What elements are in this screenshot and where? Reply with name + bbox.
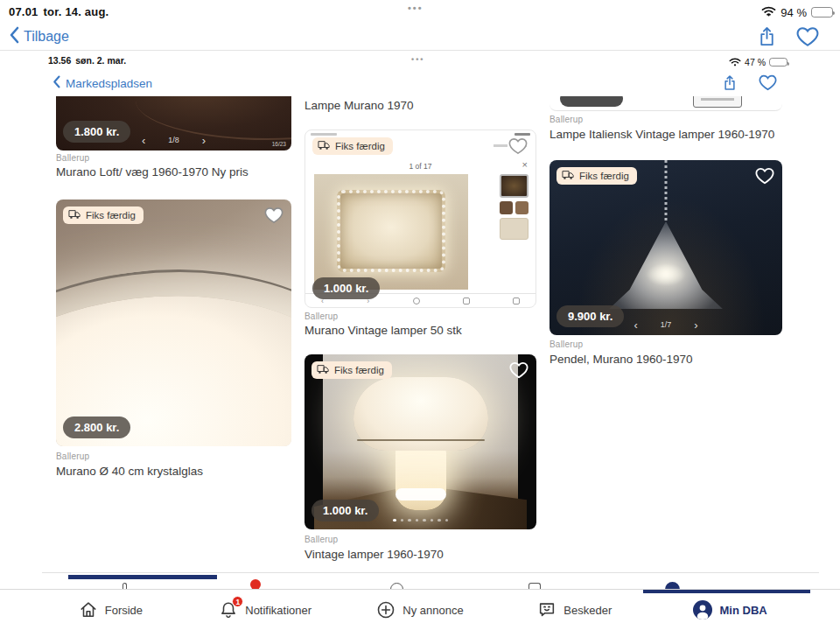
- price-badge: 1.000 kr.: [312, 277, 380, 299]
- tab-label: Notifikationer: [245, 604, 312, 617]
- listing-image-cut-off[interactable]: [550, 96, 782, 111]
- photo-detail: [311, 133, 530, 136]
- tab-notifikationer[interactable]: 1 Notifikationer: [188, 590, 343, 630]
- inner-active-tab-indicator: [68, 575, 217, 579]
- listing-location: Ballerup: [56, 153, 89, 163]
- carousel-counter: 1/7: [661, 320, 672, 329]
- photo-detail: [314, 174, 468, 290]
- favorite-icon[interactable]: [796, 26, 819, 47]
- listing-column-3: Ballerup Lampe Italiensk Vintage lamper …: [550, 0, 782, 630]
- fiks-faerdig-badge: Fiks færdig: [556, 167, 637, 185]
- tab-beskeder[interactable]: Beskeder: [497, 590, 652, 630]
- fiks-faerdig-badge: Fiks færdig: [312, 137, 393, 155]
- photo-detail: [560, 96, 623, 107]
- photo-detail: [693, 96, 742, 108]
- tab-ny-annonce[interactable]: Ny annonce: [343, 590, 498, 630]
- photo-detail: [665, 160, 668, 223]
- tab-min-dba[interactable]: Min DBA: [652, 590, 807, 630]
- listing-title[interactable]: Lampe Murano 1970: [304, 99, 414, 112]
- listing-column-1: 1.800 kr. ‹ 1/8 › 16/23 Ballerup Murano …: [56, 0, 291, 630]
- price-badge: 1.000 kr.: [312, 500, 379, 522]
- home-icon: [79, 600, 98, 620]
- listing-image-murano-loft[interactable]: 1.800 kr. ‹ 1/8 › 16/23: [56, 96, 291, 150]
- bell-icon: 1: [219, 600, 238, 620]
- outer-clock: 07.01: [9, 5, 38, 18]
- fiks-faerdig-label: Fiks færdig: [334, 365, 384, 375]
- listing-location: Ballerup: [550, 340, 583, 349]
- listing-title[interactable]: Murano Ø 40 cm krystalglas: [56, 465, 203, 478]
- chat-icon: [537, 600, 556, 620]
- carousel-counter: 1/8: [168, 136, 179, 144]
- photo-counter: 16/23: [272, 141, 286, 147]
- truck-icon: [318, 140, 331, 152]
- fiks-faerdig-badge: Fiks færdig: [63, 206, 144, 224]
- truck-icon: [317, 364, 330, 376]
- chevron-left-icon: [9, 26, 19, 47]
- screen: 07.01tor. 14. aug. ••• 94 % Tilbage 13.5…: [0, 0, 840, 630]
- listing-image-vintage-lamper[interactable]: Fiks færdig 1.000 kr.: [304, 354, 536, 529]
- heart-icon[interactable]: [755, 167, 774, 188]
- price-badge: 2.800 kr.: [63, 416, 130, 438]
- fiks-faerdig-label: Fiks færdig: [335, 141, 385, 151]
- tab-bar: Forside 1 Notifikationer Ny annonce Besk…: [0, 589, 840, 630]
- tab-label: Ny annonce: [402, 604, 463, 617]
- photo-detail: [136, 96, 291, 140]
- fiks-faerdig-label: Fiks færdig: [86, 210, 136, 220]
- active-tab-indicator: [643, 590, 810, 593]
- listing-image-pendel-murano[interactable]: Fiks færdig 9.900 kr. ‹ 1/7 ›: [550, 160, 782, 335]
- notification-badge: 1: [232, 596, 243, 607]
- carousel-prev-icon[interactable]: ‹: [634, 321, 637, 329]
- tab-label: Min DBA: [720, 604, 767, 617]
- heart-icon[interactable]: [509, 361, 528, 382]
- price-badge: 1.800 kr.: [63, 121, 130, 143]
- listing-column-2: Lampe Murano 1970 1 of 17 × ‹› Fiks færd…: [304, 0, 536, 630]
- listing-location: Ballerup: [304, 312, 338, 321]
- plus-circle-icon: [376, 600, 396, 620]
- truck-icon: [68, 209, 81, 221]
- outer-battery-icon: [811, 7, 833, 18]
- gallery-counter: 1 of 17: [305, 162, 536, 171]
- listing-image-murano-krystalglas[interactable]: Fiks færdig 2.800 kr.: [56, 200, 291, 446]
- carousel-next-icon[interactable]: ›: [202, 136, 206, 144]
- avatar-icon: [692, 599, 713, 620]
- carousel-next-icon[interactable]: ›: [694, 321, 697, 329]
- fiks-faerdig-badge: Fiks færdig: [312, 361, 392, 379]
- photo-detail: [646, 263, 686, 286]
- inner-tabbar-border: [42, 572, 819, 573]
- close-icon: ×: [522, 160, 528, 170]
- listing-location: Ballerup: [56, 452, 89, 461]
- carousel-prev-icon[interactable]: ‹: [142, 136, 145, 144]
- tab-label: Beskeder: [564, 604, 612, 617]
- listing-image-murano-50stk[interactable]: 1 of 17 × ‹› Fiks færdig 1.000 kr.: [304, 130, 536, 308]
- listing-location: Ballerup: [304, 535, 338, 544]
- fiks-faerdig-label: Fiks færdig: [579, 171, 629, 181]
- outer-battery-percent: 94 %: [780, 6, 807, 19]
- heart-icon[interactable]: [264, 206, 284, 228]
- listing-title[interactable]: Pendel, Murano 1960-1970: [550, 353, 693, 366]
- listing-title[interactable]: Lampe Italiensk Vintage lamper 1960-1970: [550, 128, 774, 141]
- truck-icon: [562, 170, 575, 182]
- listing-title[interactable]: Murano Loft/ væg 1960-1970 Ny pris: [56, 165, 248, 178]
- listing-title[interactable]: Murano Vintage lamper 50 stk: [304, 324, 462, 337]
- tab-forside[interactable]: Forside: [33, 590, 188, 630]
- listing-title[interactable]: Vintage lamper 1960-1970: [304, 548, 444, 561]
- tab-label: Forside: [105, 604, 143, 617]
- price-badge: 9.900 kr.: [556, 305, 624, 327]
- photo-thumbnails: [500, 174, 528, 240]
- heart-icon[interactable]: [508, 137, 528, 158]
- listing-location: Ballerup: [550, 115, 583, 124]
